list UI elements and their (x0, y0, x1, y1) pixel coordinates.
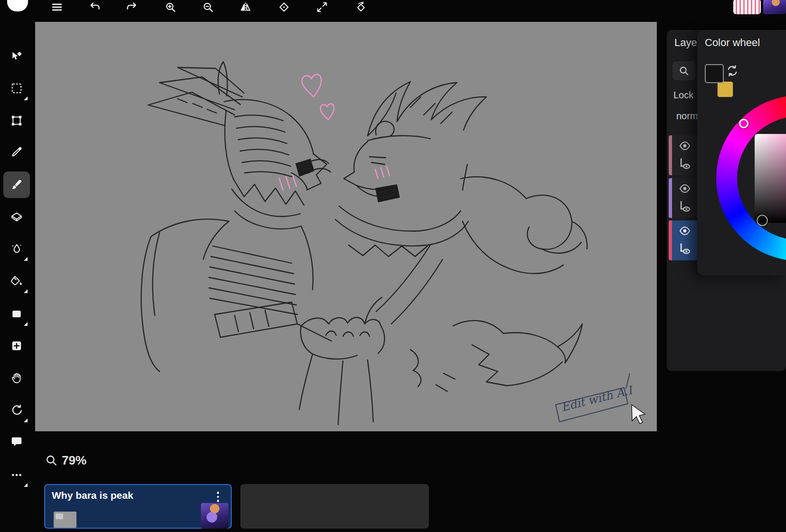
layer-color-strip (669, 178, 672, 218)
document-title: Why bara is peak (52, 490, 133, 501)
brush-stroke-preview[interactable] (733, 0, 761, 14)
tool-rotate[interactable] (3, 397, 30, 424)
tool-hand[interactable] (3, 365, 30, 391)
top-toolbar (0, 0, 786, 14)
submenu-triangle (24, 96, 28, 100)
zoom-out-icon[interactable] (199, 1, 217, 13)
add-icon (10, 340, 23, 352)
layer-reference-eye-icon[interactable] (677, 156, 691, 171)
brush-icon (10, 179, 23, 191)
layer-visibility-icon[interactable] (678, 140, 691, 152)
magnifier-icon (45, 454, 57, 466)
zoom-indicator[interactable]: 79% (45, 452, 86, 468)
swap-colors-icon[interactable] (726, 64, 739, 77)
shape-icon (10, 308, 23, 320)
layer-search-button[interactable] (672, 61, 695, 80)
hue-selector-handle[interactable] (739, 119, 748, 128)
app-root: Edit with A.I 79% Why bara is peak Layer… (0, 0, 786, 532)
rotate-icon (10, 404, 23, 417)
document-tab-2[interactable] (240, 484, 429, 529)
document-tab-active[interactable]: Why bara is peak (44, 484, 232, 529)
tool-select[interactable] (3, 75, 30, 102)
color-wheel-title: Color wheel (705, 37, 760, 49)
sketch-artwork: Edit with A.I (35, 22, 657, 431)
artwork-thumbnail (201, 503, 228, 529)
ai-annotation: Edit with A.I (556, 373, 635, 422)
drawing-canvas[interactable]: Edit with A.I (35, 22, 657, 431)
layer-reference-eye-icon[interactable] (677, 199, 691, 213)
tool-eyedropper[interactable] (3, 139, 30, 165)
tool-comment[interactable] (3, 428, 30, 455)
sv-selector-handle[interactable] (758, 216, 767, 225)
zoom-level: 79% (62, 453, 86, 468)
pointer-cursor-icon (632, 405, 645, 424)
secondary-color-swatch[interactable] (717, 81, 733, 97)
rotate-canvas-icon[interactable] (352, 1, 369, 13)
primary-color-swatch[interactable] (705, 64, 724, 83)
tool-blend[interactable] (3, 236, 30, 262)
tool-move[interactable] (3, 44, 30, 70)
transform-icon (10, 114, 23, 127)
zoom-in-icon[interactable] (162, 1, 179, 13)
submenu-triangle (24, 289, 28, 293)
submenu-triangle (24, 418, 28, 422)
hand-icon (10, 372, 23, 384)
layer-reference-eye-icon[interactable] (677, 241, 691, 256)
tool-brush[interactable] (3, 171, 30, 198)
saturation-value-square[interactable] (755, 134, 786, 223)
undo-icon[interactable] (86, 1, 104, 13)
distort-icon[interactable] (275, 1, 293, 13)
hearts-and-blush (279, 75, 389, 190)
paint-blend-icon (10, 243, 23, 255)
user-avatar[interactable] (763, 0, 786, 14)
eyedropper-icon (10, 146, 23, 158)
layer-color-strip (669, 220, 672, 260)
redo-icon[interactable] (123, 1, 140, 13)
left-toolbar (0, 14, 35, 532)
eraser-icon (10, 211, 23, 223)
submenu-triangle (24, 257, 28, 261)
tool-shape[interactable] (3, 301, 30, 327)
marquee-select-icon (10, 82, 23, 95)
tab-menu-button[interactable] (214, 490, 222, 504)
tool-eraser[interactable] (3, 204, 30, 230)
canvas-thumbnail (54, 512, 76, 528)
move-icon (10, 51, 23, 63)
color-wheel-panel: Color wheel (697, 30, 786, 276)
submenu-triangle (24, 483, 28, 487)
submenu-triangle (24, 322, 28, 326)
fill-bucket-icon (10, 275, 23, 287)
menu-icon[interactable] (48, 1, 66, 13)
tool-add[interactable] (3, 332, 30, 359)
search-icon (679, 66, 689, 76)
tool-fill[interactable] (3, 268, 30, 294)
ai-annotation-text: Edit with A.I (560, 383, 635, 414)
layer-visibility-icon[interactable] (678, 225, 691, 237)
lock-label: Lock (673, 90, 693, 101)
flip-canvas-icon[interactable] (237, 1, 254, 13)
app-logo[interactable] (7, 0, 28, 11)
tool-transform[interactable] (3, 107, 30, 134)
layer-visibility-icon[interactable] (678, 183, 691, 194)
chat-bubble-icon (10, 436, 23, 448)
fit-screen-icon[interactable] (313, 1, 331, 13)
tool-more[interactable] (3, 462, 30, 488)
layer-color-strip (669, 135, 672, 175)
more-dots-icon (10, 469, 23, 481)
